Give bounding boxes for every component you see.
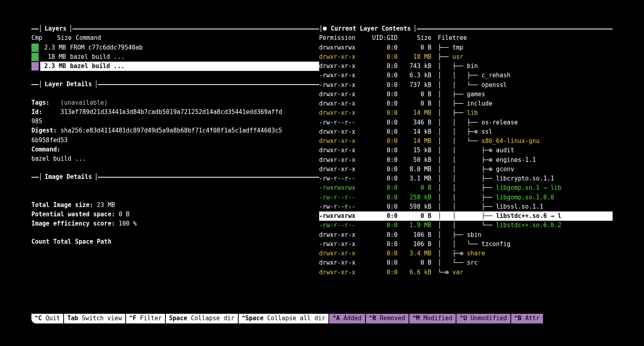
file-name: src bbox=[467, 259, 478, 266]
file-size: 743 kB bbox=[402, 62, 433, 71]
file-row[interactable]: drwxr-xr-x0:050 kB│ │ ├─⊕ engines-1.1 bbox=[319, 155, 613, 165]
statusbar-action[interactable]: ^Space Collapse all dir bbox=[239, 314, 330, 323]
file-uidgid: 0:0 bbox=[365, 90, 402, 99]
file-row[interactable]: -rw-r--r--0:03.1 MB│ │ ├── libcrypto.so.… bbox=[319, 174, 613, 183]
file-permission: -rwxr-xr-x bbox=[319, 71, 365, 80]
active-dot-icon bbox=[323, 27, 327, 31]
file-uidgid: 0:0 bbox=[365, 230, 402, 240]
file-size: 258 kB bbox=[402, 193, 433, 202]
file-size: 106 B bbox=[402, 230, 433, 240]
file-permission: drwxr-xr-x bbox=[319, 90, 365, 99]
layer-details-header: │ Layer Details │ bbox=[31, 80, 319, 89]
file-size: 737 kB bbox=[402, 81, 433, 90]
file-row[interactable]: -rw-r--r--0:0598 kB│ │ ├── libssl.so.1.1 bbox=[319, 202, 613, 211]
file-permission: drwxr-xr-x bbox=[319, 165, 365, 174]
col-command: Command bbox=[76, 33, 101, 43]
tree-branch-icon: │ │ ├── bbox=[438, 202, 496, 211]
file-permission: -rw-r--r-- bbox=[319, 174, 365, 183]
tree-branch-icon: │ ├── bbox=[438, 99, 467, 108]
file-permission: drwxr-xr-x bbox=[319, 268, 365, 277]
statusbar-legend[interactable]: ^R Removed bbox=[366, 314, 409, 323]
file-row[interactable]: drwxr-xr-x0:014 MB│ ├── lib bbox=[319, 108, 613, 118]
file-row[interactable]: -rwxr-xr-x0:06.3 kB│ │ ├── c_rehash bbox=[319, 71, 613, 80]
file-row[interactable]: drwxr-xr-x0:00 B│ ├── games bbox=[319, 90, 613, 99]
file-name: var bbox=[452, 269, 463, 276]
file-list[interactable]: drwxrwxrwx0:00 B├── tmpdrwxr-xr-x0:018 M… bbox=[319, 43, 613, 277]
file-row[interactable]: drwxr-xr-x0:018 MB├── usr bbox=[319, 52, 613, 62]
file-row[interactable]: -rwxrwxrwx0:00 B│ │ ├── libstdc++.so.6 →… bbox=[319, 211, 613, 221]
layer-row[interactable]: 2.3 MBFROM c77c6ddc79540ab bbox=[31, 43, 319, 52]
statusbar-legend[interactable]: ^A Added bbox=[329, 314, 365, 323]
file-uidgid: 0:0 bbox=[365, 71, 402, 80]
layer-details-title: Layer Details bbox=[42, 80, 94, 89]
file-uidgid: 0:0 bbox=[365, 99, 402, 108]
col-filetree: Filetree bbox=[433, 33, 613, 43]
file-row[interactable]: drwxr-xr-x0:00 B│ ├── include bbox=[319, 99, 613, 108]
statusbar-legend[interactable]: ^U Unmodified bbox=[456, 314, 511, 323]
layers-panel-header: │ Layers │ bbox=[31, 24, 319, 33]
tree-branch-icon: ├── bbox=[438, 43, 452, 52]
tree-branch-icon: │ │ └── bbox=[438, 81, 481, 90]
file-permission: -rwxr-xr-x bbox=[319, 240, 365, 249]
file-uidgid: 0:0 bbox=[365, 258, 402, 267]
file-row[interactable]: drwxr-xr-x0:06.6 kB└─⊕ var bbox=[319, 268, 613, 277]
layer-size: 2.3 MB bbox=[40, 43, 70, 52]
file-row[interactable]: -rw-r--r--0:01.9 MB│ │ └── libstdc++.so.… bbox=[319, 221, 613, 230]
statusbar-legend[interactable]: ^B Attr bbox=[511, 314, 544, 323]
file-row[interactable]: drwxr-xr-x0:0106 B│ ├── sbin bbox=[319, 230, 613, 240]
file-row[interactable]: -rw-r--r--0:0346 B│ │ ├── os-release bbox=[319, 118, 613, 127]
file-size: 3.4 MB bbox=[402, 249, 433, 258]
col-size: Size bbox=[402, 33, 433, 43]
file-name: x86_64-linux-gnu bbox=[481, 137, 540, 145]
layer-row[interactable]: 2.3 MBbazel build ... bbox=[31, 62, 319, 71]
tree-branch-icon: │ ├── bbox=[438, 230, 467, 240]
file-row[interactable]: drwxr-xr-x0:08.0 MB│ │ ├─⊕ gconv bbox=[319, 165, 613, 174]
file-row[interactable]: -rw-r--r--0:0258 kB│ │ ├── libgomp.so.1.… bbox=[319, 193, 613, 202]
file-permission: drwxr-xr-x bbox=[319, 155, 365, 165]
file-row[interactable]: -rwxr-xr-x0:0737 kB│ │ └── openssl bbox=[319, 81, 613, 90]
file-name: ssl bbox=[481, 128, 492, 135]
file-row[interactable]: -rwxr-xr-x0:0106 B│ │ └── tzconfig bbox=[319, 240, 613, 249]
tree-branch-icon: │ │ ├── bbox=[438, 183, 496, 193]
layer-row[interactable]: 18 MBbazel build ... bbox=[31, 52, 319, 62]
layers-title: Layers bbox=[42, 24, 69, 33]
tree-branch-icon: │ │ └── bbox=[438, 240, 481, 249]
tree-branch-icon: │ ├── bbox=[438, 62, 467, 71]
file-permission: -rw-r--r-- bbox=[319, 221, 365, 230]
file-name: libssl.so.1.1 bbox=[496, 203, 543, 210]
inefficient-header: Count Total Space Path bbox=[31, 237, 319, 247]
file-size: 0 B bbox=[402, 211, 433, 221]
file-permission: drwxr-xr-x bbox=[319, 99, 365, 108]
tree-branch-icon: │ │ ├── bbox=[438, 211, 496, 221]
file-name: libgomp.so.1 → lib bbox=[496, 184, 561, 191]
file-row[interactable]: drwxr-xr-x0:00 B│ └── src bbox=[319, 258, 613, 267]
file-row[interactable]: -rwxrwxrwx0:00 B│ │ ├── libgomp.so.1 → l… bbox=[319, 183, 613, 193]
file-row[interactable]: drwxr-xr-x0:014 kB│ │ ├─⊕ ssl bbox=[319, 127, 613, 137]
statusbar-action[interactable]: Space Collapse dir bbox=[166, 314, 239, 323]
statusbar-action[interactable]: Tab Switch view bbox=[64, 314, 126, 323]
tree-branch-icon: │ │ ├── bbox=[438, 193, 496, 202]
file-uidgid: 0:0 bbox=[365, 249, 402, 258]
file-permission: drwxr-xr-x bbox=[319, 52, 365, 62]
tree-branch-icon: │ │ ├─⊕ bbox=[438, 155, 496, 165]
layer-size: 18 MB bbox=[40, 52, 70, 62]
file-name: audit bbox=[496, 147, 514, 154]
file-permission: -rwxrwxrwx bbox=[319, 183, 365, 193]
file-uidgid: 0:0 bbox=[365, 165, 402, 174]
file-uidgid: 0:0 bbox=[365, 137, 402, 146]
file-name: libstdc++.so.6 → l bbox=[496, 212, 561, 220]
col-cmp: Cmp bbox=[31, 33, 47, 43]
file-row[interactable]: drwxr-xr-x0:014 MB│ │ └── x86_64-linux-g… bbox=[319, 137, 613, 146]
statusbar-action[interactable]: ^C Quit bbox=[31, 314, 64, 323]
file-name: usr bbox=[452, 53, 463, 60]
right-pane: │ Current Layer Contents │ Permission UI… bbox=[319, 24, 613, 277]
file-row[interactable]: drwxr-xr-x0:0743 kB│ ├── bin bbox=[319, 62, 613, 71]
statusbar-action[interactable]: ^F Filter bbox=[126, 314, 166, 323]
file-row[interactable]: drwxr-xr-x0:015 kB│ │ ├─⊕ audit bbox=[319, 146, 613, 155]
statusbar-legend[interactable]: ^M Modified bbox=[409, 314, 456, 323]
file-row[interactable]: drwxrwxrwx0:00 B├── tmp bbox=[319, 43, 613, 52]
file-row[interactable]: drwxr-xr-x0:03.4 MB│ ├─⊕ share bbox=[319, 249, 613, 258]
col-permission: Permission bbox=[319, 33, 365, 43]
tree-branch-icon: │ │ └── bbox=[438, 221, 496, 230]
file-size: 6.6 kB bbox=[402, 268, 433, 277]
